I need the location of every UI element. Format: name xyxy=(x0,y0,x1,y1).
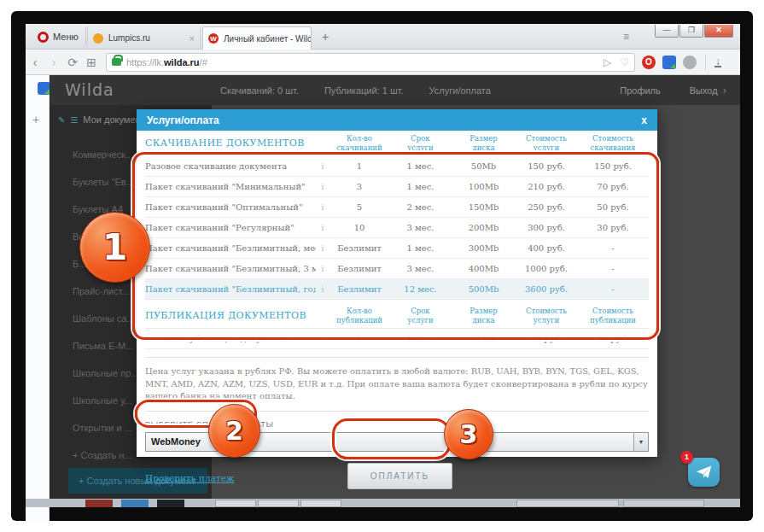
wilda-logo[interactable]: Wilda xyxy=(65,80,114,99)
column-header: Кол-воскачиваний xyxy=(330,134,389,152)
opera-logo-icon xyxy=(38,32,49,43)
selected-payment-method: WebMoney xyxy=(151,436,201,447)
extension-blue-icon[interactable] xyxy=(662,56,676,69)
annotation-step-1: 1 xyxy=(79,212,150,283)
address-bar: ‹ › ⟳ ⊞ https://lk.wilda.ru/# ▷ ♡ O ↓ xyxy=(26,50,740,75)
taskbar-sliver xyxy=(26,499,740,507)
url-domain: wilda.ru xyxy=(164,57,200,67)
speed-dial-icon[interactable]: ⊞ xyxy=(82,56,101,69)
taskbar-sliver-segment xyxy=(121,500,149,507)
menu-label: Меню xyxy=(53,32,79,42)
taskbar-sliver-segment xyxy=(258,500,299,507)
column-header: Стоимостьскачивания xyxy=(577,134,649,152)
column-header: Размердиска xyxy=(452,134,516,152)
column-header: Срокуслуги xyxy=(389,134,452,152)
tab-strip: Меню Lumpics.ru × W Личный кабинет - Wil… xyxy=(26,24,740,50)
payment-actions: Проверить платеж ОПЛАТИТЬ xyxy=(145,461,649,495)
tab-title: Lumpics.ru xyxy=(108,33,150,43)
annotation-rect-table xyxy=(132,152,659,340)
forward-icon[interactable]: › xyxy=(44,56,63,69)
tab-title: Личный кабинет - Wilda xyxy=(224,34,312,44)
opera-menu-button[interactable]: Меню xyxy=(31,27,86,46)
wilda-favicon: W xyxy=(208,33,219,44)
modal-close-icon[interactable]: x xyxy=(641,114,647,126)
window-controls: — ❐ ✕ xyxy=(655,25,733,38)
pencil-icon: ✎ xyxy=(58,115,65,125)
maximize-button[interactable]: ❐ xyxy=(679,25,703,38)
nav-item[interactable]: Скачиваний: 0 шт. xyxy=(220,85,299,96)
new-tab-button[interactable]: + xyxy=(318,30,333,44)
pay-button[interactable]: ОПЛАТИТЬ xyxy=(347,463,452,489)
taskbar-sliver-segment xyxy=(157,500,184,507)
list-icon: ☰ xyxy=(70,115,78,125)
nav-item[interactable]: Услуги/оплата xyxy=(429,85,491,96)
check-payment-link[interactable]: Проверить платеж xyxy=(145,473,235,483)
close-tab-icon[interactable]: × xyxy=(190,33,195,44)
chevron-right-icon: › xyxy=(723,84,726,96)
url-scheme: https:// xyxy=(126,57,155,67)
toolbar-separator xyxy=(705,55,706,70)
url-path: /# xyxy=(200,57,207,67)
dropdown-arrow-icon[interactable]: ▼ xyxy=(633,433,648,451)
taskbar-sliver-segment xyxy=(85,500,113,507)
column-header: Стоимостьуслуги xyxy=(516,134,577,152)
telegram-chat-button[interactable] xyxy=(688,458,720,487)
extension-gray-icon[interactable] xyxy=(683,56,697,69)
tab-lumpics[interactable]: Lumpics.ru × xyxy=(87,26,201,50)
profile-link[interactable]: Профиль xyxy=(620,85,661,96)
sidebar-add-icon[interactable]: + xyxy=(32,113,39,126)
site-nav: Скачиваний: 0 шт.Публикаций: 1 шт.Услуги… xyxy=(220,75,491,105)
lumpics-favicon xyxy=(93,33,103,44)
opera-sidebar: + xyxy=(26,75,50,523)
reload-icon[interactable]: ⟳ xyxy=(63,56,82,69)
share-icon[interactable]: ▷ xyxy=(604,56,611,68)
secure-lock-icon[interactable] xyxy=(112,58,121,66)
taskbar-sliver-segment xyxy=(215,500,256,507)
site-header: Wilda Скачиваний: 0 шт.Публикаций: 1 шт.… xyxy=(50,75,740,105)
telegram-icon xyxy=(697,465,712,479)
minimize-button[interactable]: — xyxy=(655,25,679,38)
screenshot-stage: Меню Lumpics.ru × W Личный кабинет - Wil… xyxy=(0,0,764,532)
logout-link[interactable]: Выход› xyxy=(690,84,726,96)
bookmark-heart-icon[interactable]: ♡ xyxy=(620,56,629,68)
section-title: СКАЧИВАНИЕ ДОКУМЕНТОВ xyxy=(145,137,316,149)
modal-titlebar: Услуги/оплата x xyxy=(137,109,657,131)
site-nav-right: Профиль Выход› xyxy=(620,75,726,105)
close-window-button[interactable]: ✕ xyxy=(704,25,733,38)
tab-menu-icon[interactable]: ≡ xyxy=(623,31,629,43)
download-icon[interactable]: ↓ xyxy=(714,57,721,67)
url-field[interactable]: https://lk.wilda.ru/# ▷ ♡ xyxy=(106,53,635,72)
url-subdomain: lk. xyxy=(155,57,164,67)
chat-notification-badge: 1 xyxy=(680,451,693,464)
taskbar-sliver-segment xyxy=(623,500,704,507)
annotation-rect-pay-button xyxy=(332,418,451,459)
nav-item[interactable]: Публикаций: 1 шт. xyxy=(324,85,404,96)
currency-note: Цена услуг указана в рублях РФ. Вы может… xyxy=(145,357,649,403)
annotation-step-3: 3 xyxy=(444,409,493,459)
tab-wilda-active[interactable]: W Личный кабинет - Wilda × xyxy=(202,26,312,50)
sidebar-extension-icon[interactable] xyxy=(38,82,50,95)
url-field-actions: ▷ ♡ xyxy=(604,56,629,68)
taskbar-sliver-segment xyxy=(516,500,619,507)
taskbar-sliver-segment xyxy=(300,500,341,507)
extension-red-icon[interactable]: O xyxy=(642,56,656,69)
modal-title: Услуги/оплата xyxy=(147,114,219,126)
back-icon[interactable]: ‹ xyxy=(26,56,44,69)
annotation-step-2: 2 xyxy=(208,404,260,458)
